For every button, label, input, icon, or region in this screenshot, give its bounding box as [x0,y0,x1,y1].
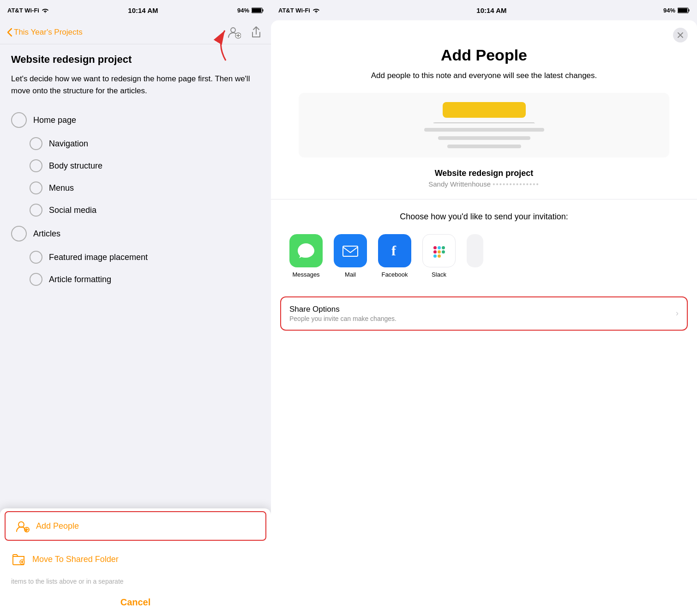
share-options-sub: People you invite can make changes. [289,315,676,322]
close-button[interactable] [673,28,688,42]
move-to-folder-action[interactable]: Move To Shared Folder [0,544,271,575]
svg-text:f: f [391,243,397,258]
slack-app-icon [422,234,456,267]
carrier-text: AT&T Wi-Fi [7,7,39,14]
checklist-item-social-media[interactable]: Social media [11,199,260,221]
checklist-label-body-structure: Body structure [49,161,102,171]
close-icon [677,32,684,38]
messages-icon [296,241,316,261]
cancel-label: Cancel [120,597,151,608]
left-panel: AT&T Wi-Fi 10:14 AM 94% This Year's Proj… [0,0,271,616]
mail-icon [340,241,361,261]
checklist-item-home-page[interactable]: Home page [11,108,260,133]
checklist-item-menus[interactable]: Menus [11,177,260,199]
add-people-icon [15,519,30,533]
chevron-left-icon [7,28,12,36]
svg-rect-19 [689,9,690,12]
move-folder-label: Move To Shared Folder [32,555,119,564]
facebook-app-icon: f [378,234,411,267]
checkbox-article-formatting[interactable] [30,273,42,286]
checklist-label-articles: Articles [33,229,60,239]
mail-app-icon [334,234,367,267]
checklist-label-featured-image: Featured image placement [49,253,148,262]
move-folder-icon [11,552,26,567]
faded-text: items to the lists above or in a separat… [0,575,271,589]
status-bar-left: AT&T Wi-Fi 10:14 AM 94% [0,0,271,20]
slack-icon [429,241,449,260]
time-right: 10:14 AM [476,6,506,14]
messages-label: Messages [292,271,319,278]
svg-rect-2 [252,8,261,12]
add-people-label: Add People [36,521,79,531]
wifi-icon [42,7,49,13]
more-apps-item[interactable] [467,234,483,267]
facebook-app-item[interactable]: f Facebook [378,234,411,278]
checkbox-home-page[interactable] [11,112,27,128]
share-button[interactable] [249,25,264,40]
checklist-label-navigation: Navigation [49,139,88,149]
cancel-button[interactable]: Cancel [0,589,271,616]
checklist-label-home-page: Home page [33,115,76,125]
svg-rect-3 [263,9,264,12]
svg-rect-22 [343,246,358,256]
checklist-label-social-media: Social media [49,205,96,215]
sheet-title: Add People [271,46,697,70]
share-options-title: Share Options [289,305,676,314]
checkbox-navigation[interactable] [30,137,42,150]
checkbox-featured-image[interactable] [30,251,42,264]
svg-point-16 [316,12,317,13]
battery-text-left: 94% [237,7,249,14]
svg-rect-25 [433,246,437,249]
svg-rect-26 [438,246,441,249]
wifi-icon-right [312,7,320,13]
checklist-item-navigation[interactable]: Navigation [11,133,260,155]
status-bar-right: AT&T Wi-Fi 10:14 AM 94% [271,0,697,20]
carrier-text-right: AT&T Wi-Fi [278,7,310,14]
preview-dashed-line [433,122,535,123]
svg-rect-31 [433,254,437,258]
checklist: Home page Navigation Body structure Menu… [11,108,260,290]
share-options-text: Share Options People you invite can make… [289,305,676,322]
invite-section: Choose how you'd like to send your invit… [271,199,697,296]
svg-rect-27 [442,246,445,249]
note-body: Let's decide how we want to redesign the… [11,73,260,97]
back-button[interactable]: This Year's Projects [7,28,83,37]
red-arrow-annotation [212,26,240,63]
checkbox-articles[interactable] [11,226,27,242]
preview-line-2 [438,136,530,140]
slack-label: Slack [432,271,446,278]
checklist-item-articles[interactable]: Articles [11,221,260,246]
checklist-item-article-formatting[interactable]: Article formatting [11,268,260,290]
preview-yellow-bar [443,102,526,118]
checkbox-menus[interactable] [30,181,42,194]
battery-text-right: 94% [663,7,675,14]
note-info-title: Website redesign project [289,169,679,178]
share-icon [251,26,262,39]
messages-app-item[interactable]: Messages [289,234,323,278]
share-options-row[interactable]: Share Options People you invite can make… [280,296,688,331]
svg-rect-24 [433,250,437,254]
note-info: Website redesign project Sandy Writtenho… [271,169,697,188]
right-panel: AT&T Wi-Fi 10:14 AM 94% [271,0,697,616]
battery-icon-right [678,7,690,13]
checklist-item-body-structure[interactable]: Body structure [11,155,260,177]
sheet-subtitle: Add people to this note and everyone wil… [271,70,697,93]
app-icons-row: Messages Mail f [289,234,679,287]
sheet-header [271,20,697,46]
checklist-label-menus: Menus [49,183,74,193]
action-sheet: Add People Move To Shared Folder items t… [0,508,271,616]
checkbox-body-structure[interactable] [30,159,42,172]
facebook-label: Facebook [381,271,408,278]
owner-dots: •••••••••••••• [493,180,540,188]
slack-app-item[interactable]: Slack [422,234,456,278]
add-people-sheet: Add People Add people to this note and e… [271,20,697,616]
messages-app-icon [289,234,323,267]
checkbox-social-media[interactable] [30,204,42,217]
add-people-action[interactable]: Add People [5,511,266,541]
facebook-icon: f [385,241,405,261]
mail-app-item[interactable]: Mail [334,234,367,278]
checklist-item-featured-image[interactable]: Featured image placement [11,246,260,268]
preview-line-3 [447,145,521,148]
note-info-owner: Sandy Writtenhouse •••••••••••••• [289,180,679,188]
svg-rect-28 [442,250,445,254]
